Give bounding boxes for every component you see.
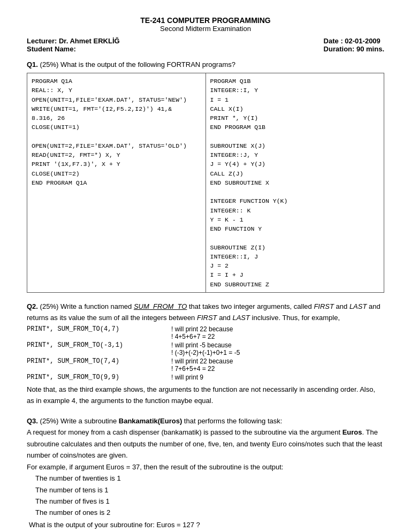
q1-text: Q1. (25%) What is the output of the foll… bbox=[27, 60, 384, 69]
example-call: PRINT*, SUM_FROM_TO(4,7) bbox=[27, 325, 155, 340]
q3-output: The number of twenties is 1The number of… bbox=[35, 473, 384, 519]
q3-intro: (25%) Write a subroutine bbox=[40, 417, 119, 425]
q3-example-intro: For example, if argument Euros = 37, the… bbox=[27, 463, 283, 471]
q2-arg3: FIRST bbox=[197, 314, 217, 322]
q3-output-line: The number of ones is 2 bbox=[35, 507, 384, 518]
exam-subtitle: Second Midterm Examination bbox=[27, 25, 384, 33]
program-q1a: PROGRAM Q1A REAL:: X, Y OPEN(UNIT=1,FILE… bbox=[27, 73, 206, 293]
q3-output-line: The number of fives is 1 bbox=[35, 496, 384, 507]
q2-arg2: LAST bbox=[349, 302, 367, 310]
exam-title: TE-241 COMPUTER PROGRAMMING bbox=[27, 16, 384, 25]
q2-examples: PRINT*, SUM_FROM_TO(4,7)! will print 22 … bbox=[27, 325, 384, 381]
example-row: PRINT*, SUM_FROM_TO(9,9)! will print 9 bbox=[27, 374, 384, 381]
meta-left: Lecturer: Dr. Ahmet ERKLİĞ Student Name: bbox=[27, 37, 120, 53]
programs-row: PROGRAM Q1A REAL:: X, Y OPEN(UNIT=1,FILE… bbox=[27, 73, 384, 293]
example-call: PRINT*, SUM_FROM_TO(7,4) bbox=[27, 358, 155, 373]
example-comments: ! will print 22 because! 7+6+5+4 = 22 bbox=[171, 358, 233, 373]
example-call: PRINT*, SUM_FROM_TO(-3,1) bbox=[27, 341, 155, 356]
date-label: Date bbox=[324, 37, 339, 45]
q3-intro-p2: that performs the following task: bbox=[182, 417, 282, 425]
example-comments: ! will print -5 because! (-3)+(-2)+(-1)+… bbox=[171, 341, 240, 356]
program-q1b: PROGRAM Q1B INTEGER::I, Y I = 1 CALL X(I… bbox=[206, 73, 384, 293]
q3-number: Q3. bbox=[27, 417, 38, 425]
example-comments: ! will print 9 bbox=[171, 374, 203, 381]
q3-output-line: The number of tens is 1 bbox=[35, 484, 384, 496]
example-row: PRINT*, SUM_FROM_TO(4,7)! will print 22 … bbox=[27, 325, 384, 340]
date-value: : 02-01-2009 bbox=[340, 37, 380, 45]
q1-number: Q1. bbox=[27, 60, 38, 69]
q2-number: Q2. bbox=[27, 302, 38, 310]
example-row: PRINT*, SUM_FROM_TO(7,4)! will print 22 … bbox=[27, 358, 384, 373]
page-header: TE-241 COMPUTER PROGRAMMING Second Midte… bbox=[27, 16, 384, 33]
question-2: Q2. (25%) Write a function named SUM_FRO… bbox=[27, 301, 384, 407]
question-3: Q3. (25%) Write a subroutine Bankamatik(… bbox=[27, 415, 384, 529]
student-label: Student Name: bbox=[27, 45, 76, 53]
q2-arg4: LAST bbox=[232, 314, 250, 322]
question-1: Q1. (25%) What is the output of the foll… bbox=[27, 60, 384, 293]
example-comments: ! will print 22 because! 4+5+6+7 = 22 bbox=[171, 325, 233, 340]
programs-table: PROGRAM Q1A REAL:: X, Y OPEN(UNIT=1,FILE… bbox=[27, 73, 384, 293]
q2-intro: Q2. (25%) Write a function named SUM_FRO… bbox=[27, 301, 384, 324]
lecturer-label: Lecturer: bbox=[27, 37, 57, 45]
q2-intro-p1: (25%) Write a function named bbox=[40, 302, 134, 310]
q2-intro-p6: inclusive. Thus, for example, bbox=[250, 314, 340, 322]
duration-value-text: 90 mins. bbox=[356, 45, 384, 53]
meta-right: Date : 02-01-2009 Duration: 90 mins. bbox=[324, 37, 384, 53]
example-row: PRINT*, SUM_FROM_TO(-3,1)! will print -5… bbox=[27, 341, 384, 356]
example-call: PRINT*, SUM_FROM_TO(9,9) bbox=[27, 374, 155, 381]
q2-note: Note that, as the third example shows, t… bbox=[27, 384, 384, 407]
q3-body: Q3. (25%) Write a subroutine Bankamatik(… bbox=[27, 415, 384, 473]
q3-output-line: The number of twenties is 1 bbox=[35, 473, 384, 484]
q2-func-name: SUM_FROM_TO bbox=[134, 302, 187, 310]
q2-arg1: FIRST bbox=[314, 302, 334, 310]
meta-row: Lecturer: Dr. Ahmet ERKLİĞ Student Name:… bbox=[27, 37, 384, 53]
q3-body1: A request for money from a cash dispense… bbox=[27, 428, 342, 436]
lecturer-value: Dr. Ahmet ERKLİĞ bbox=[59, 37, 120, 45]
q3-euros-ref: Euros bbox=[342, 428, 362, 436]
q2-intro-p2: that takes two integer arguments, called bbox=[187, 302, 314, 310]
q2-intro-p5: and bbox=[217, 314, 233, 322]
q3-subroutine-name: Bankamatik(Euros) bbox=[119, 417, 182, 425]
q3-question: What is the output of your subroutine fo… bbox=[29, 521, 384, 529]
q2-intro-p3: and bbox=[334, 302, 349, 310]
duration-label: Duration: bbox=[324, 45, 356, 53]
q1-body: (25%) What is the output of the followin… bbox=[40, 60, 235, 69]
